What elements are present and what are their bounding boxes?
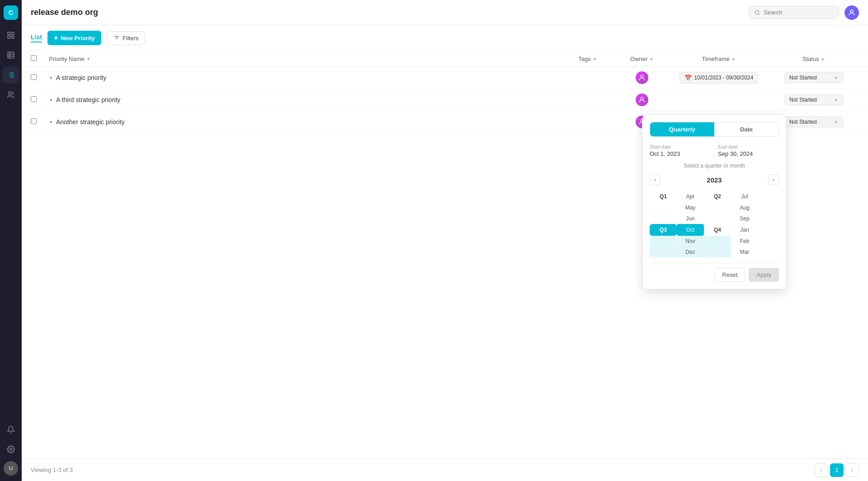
svg-rect-3 bbox=[12, 36, 14, 38]
quarter-month-grid: Q1 Apr Q2 Jul May Aug Jun Sep Q3 Oct Q4 … bbox=[650, 191, 779, 257]
q2-label[interactable]: Q2 bbox=[704, 191, 731, 202]
page-title: release demo org bbox=[31, 8, 98, 17]
sidebar-icon-grid[interactable] bbox=[3, 27, 19, 43]
month-feb[interactable]: Feb bbox=[731, 236, 758, 247]
row-3-check[interactable] bbox=[31, 118, 37, 124]
col-priority-name[interactable]: Priority Name ▼ bbox=[49, 56, 561, 62]
row-1-name-text: A strategic priority bbox=[56, 74, 106, 81]
row-1-timeframe[interactable]: 📅 10/01/2023 - 09/30/2024 bbox=[669, 72, 769, 84]
svg-rect-4 bbox=[8, 52, 14, 58]
row-1-status[interactable]: Not Started ▼ bbox=[769, 72, 859, 83]
row-1-owner bbox=[615, 71, 669, 84]
sidebar-icon-gear[interactable] bbox=[3, 441, 19, 458]
status-badge[interactable]: Not Started ▼ bbox=[784, 117, 843, 127]
owner-sort-icon: ▼ bbox=[649, 57, 654, 62]
next-year-button[interactable]: › bbox=[768, 174, 779, 185]
main-content: release demo org List + New Priority Fil… bbox=[22, 0, 868, 481]
year-nav: ‹ 2023 › bbox=[650, 174, 779, 185]
search-input[interactable] bbox=[764, 9, 833, 16]
select-all-checkbox[interactable] bbox=[31, 55, 37, 61]
reset-button[interactable]: Reset bbox=[715, 268, 745, 282]
sidebar-icon-list[interactable] bbox=[3, 67, 19, 83]
footer: Viewing 1-3 of 3 ‹ 1 › bbox=[22, 458, 868, 481]
toolbar: List + New Priority Filters bbox=[22, 25, 868, 51]
tab-list[interactable]: List bbox=[31, 33, 42, 42]
end-date-value: Sep 30, 2024 bbox=[718, 150, 779, 157]
row-2-check[interactable] bbox=[31, 96, 37, 102]
sidebar-icon-table[interactable] bbox=[3, 47, 19, 63]
month-nov[interactable]: Nov bbox=[677, 236, 704, 247]
status-sort-icon: ▼ bbox=[821, 57, 825, 62]
expand-icon[interactable]: ▼ bbox=[49, 75, 53, 80]
status-text: Not Started bbox=[789, 75, 817, 81]
plus-icon: + bbox=[54, 34, 58, 42]
svg-line-17 bbox=[759, 14, 760, 14]
table-container: Priority Name ▼ Tags ▼ Owner ▼ Timeframe… bbox=[22, 51, 868, 458]
sidebar-logo[interactable]: C bbox=[4, 5, 18, 20]
pagination: ‹ 1 › bbox=[815, 463, 859, 477]
end-date-label: End date bbox=[718, 144, 779, 149]
row-1-check[interactable] bbox=[31, 74, 37, 80]
row-1-name: ▼ A strategic priority bbox=[49, 74, 561, 81]
col-owner[interactable]: Owner ▼ bbox=[615, 56, 669, 62]
table-row: ▼ A third strategic priority Not Started… bbox=[22, 89, 868, 111]
next-page-button[interactable]: › bbox=[845, 463, 859, 477]
start-date-label: Start date bbox=[650, 144, 711, 149]
month-jul[interactable]: Jul bbox=[731, 191, 758, 202]
month-dec[interactable]: Dec bbox=[677, 247, 704, 257]
month-mar[interactable]: Mar bbox=[731, 247, 758, 257]
q3-label[interactable]: Q3 bbox=[650, 224, 677, 236]
col-tags[interactable]: Tags ▼ bbox=[561, 56, 615, 62]
quarterly-tab[interactable]: Quarterly bbox=[650, 122, 714, 136]
row-2-status[interactable]: Not Started ▼ bbox=[769, 94, 859, 105]
status-badge[interactable]: Not Started ▼ bbox=[784, 94, 843, 105]
chevron-down-icon: ▼ bbox=[834, 75, 838, 80]
col-status[interactable]: Status ▼ bbox=[769, 56, 859, 62]
row-3-checkbox[interactable] bbox=[31, 118, 49, 126]
month-may[interactable]: May bbox=[677, 202, 704, 213]
new-priority-button[interactable]: + New Priority bbox=[47, 31, 101, 45]
timeframe-badge[interactable]: 📅 10/01/2023 - 09/30/2024 bbox=[679, 72, 759, 84]
expand-icon[interactable]: ▼ bbox=[49, 120, 53, 125]
q4-label[interactable]: Q4 bbox=[704, 224, 731, 236]
filters-button[interactable]: Filters bbox=[107, 31, 145, 45]
start-date-value: Oct 1, 2023 bbox=[650, 150, 711, 157]
page-1-button[interactable]: 1 bbox=[830, 463, 844, 477]
chevron-down-icon: ▼ bbox=[834, 120, 838, 125]
owner-label: Owner bbox=[630, 56, 647, 62]
month-aug[interactable]: Aug bbox=[731, 202, 758, 213]
row-3-name-text: Another strategic priority bbox=[56, 118, 125, 126]
sidebar-icon-group[interactable] bbox=[3, 87, 19, 103]
col-check-all[interactable] bbox=[31, 55, 49, 63]
month-sep[interactable]: Sep bbox=[731, 213, 758, 224]
month-apr[interactable]: Apr bbox=[677, 191, 704, 202]
timeframe-sort-icon: ▼ bbox=[731, 57, 736, 62]
select-quarter-label: Select a quarter or month bbox=[650, 163, 779, 169]
logo-letter: C bbox=[9, 9, 13, 16]
svg-point-18 bbox=[850, 10, 853, 13]
table-header: Priority Name ▼ Tags ▼ Owner ▼ Timeframe… bbox=[22, 51, 868, 67]
status-text: Not Started bbox=[789, 119, 817, 125]
date-tab[interactable]: Date bbox=[714, 122, 778, 136]
month-jun[interactable]: Jun bbox=[677, 213, 704, 224]
sidebar-avatar[interactable]: U bbox=[4, 461, 18, 476]
year-display: 2023 bbox=[707, 176, 722, 184]
month-jan[interactable]: Jan bbox=[731, 224, 758, 236]
user-avatar-icon[interactable] bbox=[844, 5, 859, 20]
search-bar[interactable] bbox=[749, 6, 839, 19]
row-2-checkbox[interactable] bbox=[31, 96, 49, 104]
expand-icon[interactable]: ▼ bbox=[49, 98, 53, 103]
row-2-avatar bbox=[636, 93, 648, 106]
prev-page-button[interactable]: ‹ bbox=[815, 463, 828, 477]
col-timeframe[interactable]: Timeframe ▼ bbox=[669, 56, 769, 62]
month-oct[interactable]: Oct bbox=[677, 224, 704, 236]
svg-point-15 bbox=[10, 448, 12, 451]
header: release demo org bbox=[22, 0, 868, 25]
apply-button[interactable]: Apply bbox=[749, 268, 779, 282]
sidebar-icon-bell[interactable] bbox=[3, 421, 19, 438]
row-1-checkbox[interactable] bbox=[31, 74, 49, 82]
q1-label[interactable]: Q1 bbox=[650, 191, 677, 202]
prev-year-button[interactable]: ‹ bbox=[650, 174, 660, 185]
status-badge[interactable]: Not Started ▼ bbox=[784, 72, 843, 83]
row-1-avatar bbox=[636, 71, 648, 84]
